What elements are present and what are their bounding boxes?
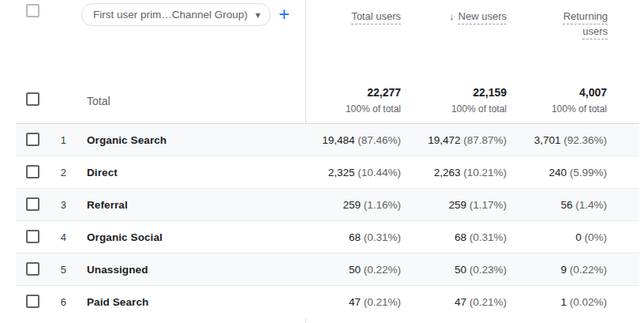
row-checkbox[interactable] <box>26 133 39 146</box>
cell-returning-users: 3,701 (92.36%) <box>449 134 607 146</box>
table-row: 5 Unassigned 50 (0.22%) 50 (0.23%) 9 (0.… <box>16 254 639 286</box>
channel-name: Referral <box>87 199 128 211</box>
column-header-new-users[interactable]: ↓New users <box>365 9 507 24</box>
cell-returning-users: 9 (0.22%) <box>449 264 607 276</box>
table-row: 1 Organic Search 19,484 (87.46%) 19,472 … <box>16 124 639 156</box>
channel-name: Direct <box>87 167 118 178</box>
sort-descending-icon: ↓ <box>449 9 455 24</box>
cell-returning-users: 0 (0%) <box>449 231 607 243</box>
row-checkbox[interactable] <box>26 230 39 243</box>
channel-name: Paid Search <box>87 296 148 308</box>
totals-returning-users: 4,007 100% of total <box>449 86 607 115</box>
row-checkbox[interactable] <box>26 262 39 276</box>
ga4-channel-table: First user prim…Channel Group) ▾ + Total… <box>0 0 644 323</box>
row-index: 2 <box>51 167 66 178</box>
select-all-checkbox[interactable] <box>26 4 39 17</box>
cell-returning-users: 240 (5.99%) <box>449 167 607 178</box>
dimension-dropdown[interactable]: First user prim…Channel Group) ▾ <box>81 3 271 26</box>
row-index: 4 <box>51 231 66 243</box>
table-row: 2 Direct 2,325 (10.44%) 2,263 (10.21%) 2… <box>16 156 639 189</box>
totals-row-checkbox[interactable] <box>26 92 39 106</box>
row-index: 6 <box>51 296 66 308</box>
cell-returning-users: 1 (0.02%) <box>449 296 607 308</box>
table-row: 4 Organic Social 68 (0.31%) 68 (0.31%) 0… <box>16 221 639 254</box>
row-index: 3 <box>51 199 66 211</box>
row-index: 1 <box>51 134 66 146</box>
totals-row: Total 22,277 100% of total 22,159 100% o… <box>16 79 639 124</box>
cell-returning-users: 56 (1.4%) <box>449 199 607 211</box>
row-index: 5 <box>51 264 66 276</box>
row-checkbox[interactable] <box>26 197 39 211</box>
column-header-returning-users[interactable]: Returning users <box>538 9 608 39</box>
table-body: 1 Organic Search 19,484 (87.46%) 19,472 … <box>16 124 639 318</box>
channel-name: Unassigned <box>87 264 148 276</box>
table-row: 3 Referral 259 (1.16%) 259 (1.17%) 56 (1… <box>16 189 639 221</box>
totals-row-label: Total <box>87 95 110 107</box>
channel-name: Organic Search <box>87 134 167 146</box>
channel-name: Organic Social <box>87 231 163 243</box>
dimension-dropdown-value: First user prim…Channel Group) <box>93 9 248 21</box>
row-checkbox[interactable] <box>26 295 39 308</box>
table-row: 6 Paid Search 47 (0.21%) 47 (0.21%) 1 (0… <box>16 286 639 318</box>
row-checkbox[interactable] <box>26 165 39 178</box>
